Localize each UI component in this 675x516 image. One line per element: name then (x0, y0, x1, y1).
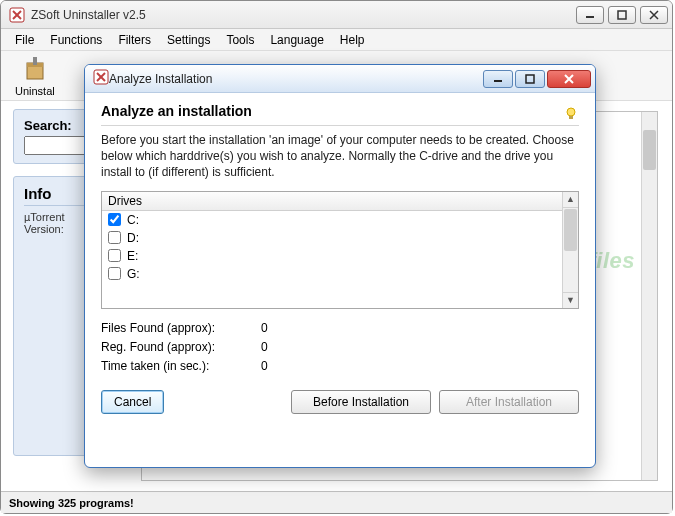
dialog-body: Analyze an installation Before you start… (85, 93, 595, 428)
close-button[interactable] (640, 6, 668, 24)
menu-filters[interactable]: Filters (110, 31, 159, 49)
dialog-close-button[interactable] (547, 70, 591, 88)
main-window-controls (576, 6, 668, 24)
drive-label: G: (127, 267, 140, 281)
minimize-button[interactable] (576, 6, 604, 24)
reg-found-label: Reg. Found (approx): (101, 340, 261, 354)
drive-row[interactable]: C: (102, 211, 562, 229)
drives-scrollbar[interactable]: ▲ ▼ (562, 192, 578, 308)
scroll-down-arrow[interactable]: ▼ (563, 292, 578, 308)
cancel-button[interactable]: Cancel (101, 390, 164, 414)
scroll-up-arrow[interactable]: ▲ (563, 192, 578, 208)
statusbar-text: Showing 325 programs! (9, 497, 134, 509)
toolbar-uninstall-label: Uninstal (15, 85, 55, 97)
statusbar: Showing 325 programs! (1, 491, 672, 513)
time-taken-label: Time taken (in sec.): (101, 359, 261, 373)
maximize-button[interactable] (608, 6, 636, 24)
menu-settings[interactable]: Settings (159, 31, 218, 49)
analyze-dialog: Analyze Installation Analyze an installa… (84, 64, 596, 468)
drives-listbox: Drives C:D:E:G: ▲ ▼ (101, 191, 579, 309)
menubar: File Functions Filters Settings Tools La… (1, 29, 672, 51)
menu-help[interactable]: Help (332, 31, 373, 49)
scroll-thumb[interactable] (643, 130, 656, 170)
menu-language[interactable]: Language (262, 31, 331, 49)
dialog-description: Before you start the installation 'an im… (101, 132, 579, 181)
dialog-maximize-button[interactable] (515, 70, 545, 88)
after-installation-button[interactable]: After Installation (439, 390, 579, 414)
drives-column-header[interactable]: Drives (102, 192, 562, 211)
drive-row[interactable]: G: (102, 265, 562, 283)
drive-row[interactable]: E: (102, 247, 562, 265)
svg-rect-8 (526, 75, 534, 83)
main-titlebar: ZSoft Uninstaller v2.5 (1, 1, 672, 29)
box-icon (21, 55, 49, 83)
drive-checkbox[interactable] (108, 213, 121, 226)
reg-found-value: 0 (261, 340, 301, 354)
menu-functions[interactable]: Functions (42, 31, 110, 49)
dialog-app-icon (93, 69, 109, 88)
list-scrollbar[interactable] (641, 112, 657, 480)
files-found-label: Files Found (approx): (101, 321, 261, 335)
menu-file[interactable]: File (7, 31, 42, 49)
svg-point-9 (567, 108, 575, 116)
svg-rect-10 (569, 116, 573, 119)
main-window-title: ZSoft Uninstaller v2.5 (31, 8, 576, 22)
svg-rect-2 (618, 11, 626, 19)
files-found-value: 0 (261, 321, 301, 335)
drive-label: E: (127, 249, 138, 263)
dialog-title: Analyze Installation (109, 72, 483, 86)
stats-section: Files Found (approx): 0 Reg. Found (appr… (101, 321, 579, 373)
drive-row[interactable]: D: (102, 229, 562, 247)
drive-label: D: (127, 231, 139, 245)
toolbar-uninstall[interactable]: Uninstal (15, 55, 55, 97)
drive-checkbox[interactable] (108, 231, 121, 244)
time-taken-value: 0 (261, 359, 301, 373)
dialog-window-controls (483, 70, 591, 88)
search-label: Search: (24, 118, 72, 133)
drive-checkbox[interactable] (108, 249, 121, 262)
lightbulb-icon (563, 105, 579, 121)
dialog-divider (101, 125, 579, 126)
app-icon (9, 7, 25, 23)
dialog-button-row: Cancel Before Installation After Install… (101, 378, 579, 414)
dialog-titlebar: Analyze Installation (85, 65, 595, 93)
menu-tools[interactable]: Tools (218, 31, 262, 49)
drives-scroll-thumb[interactable] (564, 209, 577, 251)
drive-checkbox[interactable] (108, 267, 121, 280)
dialog-minimize-button[interactable] (483, 70, 513, 88)
drive-label: C: (127, 213, 139, 227)
before-installation-button[interactable]: Before Installation (291, 390, 431, 414)
dialog-heading: Analyze an installation (101, 103, 563, 123)
svg-rect-5 (33, 57, 37, 65)
